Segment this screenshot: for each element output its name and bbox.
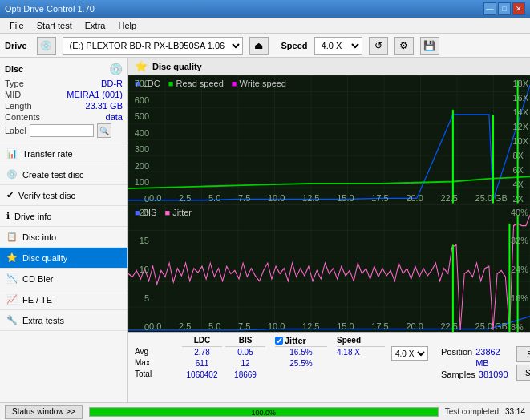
jitter-checkbox[interactable] [275, 337, 283, 345]
y-labels-left-1: 7006005004003002001000 [128, 77, 149, 205]
transfer-rate-icon: 📊 [6, 148, 18, 159]
window-controls: — □ ✕ [483, 2, 525, 15]
samples-label: Samples [441, 369, 475, 380]
drive-info-icon: ℹ [6, 211, 10, 221]
action-buttons: Start full Start part [516, 335, 530, 381]
speed-select-col: 4.0 X [391, 346, 428, 361]
drive-icon-button[interactable]: 💿 [37, 37, 56, 55]
sidebar-label-drive-info: Drive info [14, 212, 51, 221]
disc-section-title: Disc [5, 64, 23, 74]
status-text: Test completed [445, 407, 499, 416]
disc-info-icon: 📋 [6, 232, 18, 242]
label-icon-button[interactable]: 🔍 [97, 123, 111, 138]
ldc-avg: 2.78 [182, 347, 222, 358]
x-labels-2: 0.02.55.07.510.012.515.017.520.022.525.0… [149, 321, 508, 331]
start-full-button[interactable]: Start full [516, 346, 530, 362]
sidebar-item-cd-bler[interactable]: 📉 CD Bler [0, 269, 127, 289]
verify-test-disc-icon: ✔ [6, 190, 14, 200]
sidebar-label-disc-quality: Disc quality [22, 253, 67, 263]
status-window-button[interactable]: Status window >> [5, 405, 83, 419]
menu-start-test[interactable]: Start test [30, 19, 79, 32]
position-val: 23862 MB [475, 346, 513, 369]
ldc-stats-col: LDC 2.78 611 1060402 [182, 335, 222, 381]
disc-quality-icon: ⭐ [6, 252, 18, 263]
ldc-chart-svg [128, 75, 530, 204]
contents-label: Contents [5, 112, 40, 122]
settings-button[interactable]: ⚙ [394, 37, 414, 55]
sidebar-item-verify-test-disc[interactable]: ✔ Verify test disc [0, 185, 127, 206]
y-labels-left-2: 20151050 [128, 206, 149, 334]
ldc-col-header: LDC [182, 335, 222, 347]
legend-jitter: ■ Jitter [164, 208, 192, 217]
position-label: Position [441, 346, 472, 369]
sidebar-item-fe-te[interactable]: 📈 FE / TE [0, 289, 127, 310]
stats-header-row: Avg Max Total LDC 2.78 611 1060402 BIS 0… [128, 333, 530, 382]
jitter-max: 25.5% [275, 358, 327, 370]
jitter-col-header: Jitter [275, 335, 327, 347]
sidebar-item-drive-info[interactable]: ℹ Drive info [0, 206, 127, 227]
fe-te-icon: 📈 [6, 294, 18, 305]
length-label: Length [5, 101, 32, 111]
eject-button[interactable]: ⏏ [249, 37, 269, 55]
save-button[interactable]: 💾 [420, 37, 439, 55]
maximize-button[interactable]: □ [498, 2, 511, 15]
minimize-button[interactable]: — [483, 2, 496, 15]
menu-file[interactable]: File [3, 19, 30, 32]
sidebar-item-extra-tests[interactable]: 🔧 Extra tests [0, 310, 127, 331]
charts-area: ■ LDC ■ Read speed ■ Write speed 7006005… [128, 75, 530, 402]
cd-bler-icon: 📉 [6, 273, 18, 284]
disc-info-panel: Disc 💿 Type BD-R MID MEIRA1 (001) Length… [0, 58, 127, 143]
chart-title: Disc quality [152, 62, 202, 71]
stats-section: Avg Max Total LDC 2.78 611 1060402 BIS 0… [128, 332, 530, 402]
sidebar-item-create-test-disc[interactable]: 💿 Create test disc [0, 164, 127, 185]
avg-label: Avg [135, 346, 179, 357]
menu-help[interactable]: Help [111, 19, 143, 32]
main-container: Disc 💿 Type BD-R MID MEIRA1 (001) Length… [0, 58, 530, 402]
drivebar: Drive 💿 (E:) PLEXTOR BD-R PX-LB950SA 1.0… [0, 34, 530, 58]
chart-header: ⭐ Disc quality [128, 58, 530, 75]
chart1-legend: ■ LDC ■ Read speed ■ Write speed [135, 79, 286, 88]
samples-row: Samples 381090 [441, 369, 513, 380]
sidebar-label-fe-te: FE / TE [22, 295, 52, 305]
jitter-stats-col: Jitter 16.5% 25.5% [275, 335, 327, 370]
jitter-avg: 16.5% [275, 347, 327, 358]
close-button[interactable]: ✕ [512, 2, 525, 15]
menubar: File Start test Extra Help [0, 18, 530, 34]
status-time: 33:14 [505, 407, 525, 416]
start-part-button[interactable]: Start part [516, 365, 530, 381]
chart-icon: ⭐ [135, 60, 148, 72]
app-title: Opti Drive Control 1.70 [5, 4, 95, 14]
sidebar-label-disc-info: Disc info [22, 232, 56, 242]
extra-tests-icon: 🔧 [6, 315, 18, 325]
sidebar-label-transfer-rate: Transfer rate [22, 149, 73, 159]
sidebar-label-extra-tests: Extra tests [22, 316, 64, 325]
label-label: Label [5, 126, 26, 135]
speed-select[interactable]: 4.0 X [314, 37, 362, 55]
drive-label: Drive [5, 41, 27, 50]
stats-empty-col: Avg Max Total [135, 335, 179, 380]
drive-select[interactable]: (E:) PLEXTOR BD-R PX-LB950SA 1.06 [63, 37, 243, 55]
disc-icon: 💿 [109, 63, 123, 75]
samples-val: 381090 [479, 369, 508, 380]
sidebar-item-transfer-rate[interactable]: 📊 Transfer rate [0, 143, 127, 164]
length-value: 23.31 GB [86, 101, 123, 111]
bis-chart-svg [128, 204, 530, 333]
legend-read-speed: ■ Read speed [168, 79, 224, 88]
position-col: Position 23862 MB Samples 381090 [441, 335, 513, 380]
speed-col-header: Speed [337, 335, 385, 347]
svg-rect-12 [128, 204, 530, 333]
sidebar-item-disc-quality[interactable]: ⭐ Disc quality [0, 248, 127, 269]
menu-extra[interactable]: Extra [79, 19, 112, 32]
progress-bar-container: 100.0% [89, 407, 439, 417]
mid-label: MID [5, 90, 21, 99]
label-input[interactable] [30, 124, 94, 137]
ldc-max: 611 [182, 358, 222, 370]
position-row: Position 23862 MB [441, 346, 513, 369]
y-labels-right-1: 18X16X14X12X10X8X6X4X2X [512, 77, 528, 205]
stats-speed-select[interactable]: 4.0 X [391, 346, 428, 361]
mid-value: MEIRA1 (001) [67, 90, 123, 99]
ldc-chart-container: ■ LDC ■ Read speed ■ Write speed 7006005… [128, 75, 530, 204]
refresh-button[interactable]: ↺ [369, 37, 388, 55]
sidebar-item-disc-info[interactable]: 📋 Disc info [0, 227, 127, 248]
create-test-disc-icon: 💿 [6, 169, 18, 180]
